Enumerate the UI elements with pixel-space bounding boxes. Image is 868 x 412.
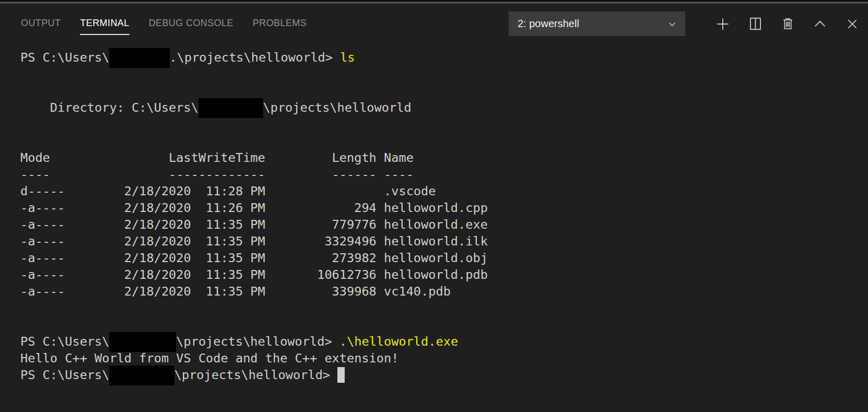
terminal-select-value: 2: powershell [518, 18, 579, 30]
terminal-text: Hello C++ World from VS Code and the C++… [20, 351, 398, 366]
terminal-text: PS C:\Users\ [20, 368, 109, 382]
plus-icon [715, 16, 731, 32]
terminal-text: PS C:\Users\ [20, 334, 109, 349]
terminal-text: \projects\helloworld [263, 100, 412, 115]
terminal-line: d----- 2/18/2020 11:28 PM .vscode [20, 183, 868, 199]
kill-terminal-button[interactable] [778, 15, 797, 33]
terminal-line: ---- ------------- ------ ---- [20, 166, 868, 183]
terminal-text: .\projects\helloworld> [170, 50, 341, 65]
terminal-text: \projects\helloworld> [174, 368, 338, 382]
terminal-text: -a---- 2/18/2020 11:35 PM 339968 vc140.p… [20, 284, 451, 299]
terminal-line [20, 83, 868, 99]
terminal-line: -a---- 2/18/2020 11:35 PM 339968 vc140.p… [20, 283, 868, 300]
terminal-line [20, 116, 868, 133]
terminal-command-text: ls [340, 50, 355, 65]
trash-icon [781, 17, 795, 31]
terminal-line: PS C:\Users\\projects\helloworld> .\hell… [20, 333, 868, 350]
maximize-panel-button[interactable] [811, 15, 829, 33]
terminal-text: PS C:\Users\ [20, 50, 109, 65]
chevron-down-icon [666, 18, 678, 30]
terminal-line: Hello C++ World from VS Code and the C++… [20, 350, 868, 367]
terminal-line: -a---- 2/18/2020 11:35 PM 273982 hellowo… [20, 250, 868, 266]
terminal-text: -a---- 2/18/2020 11:35 PM 779776 hellowo… [20, 217, 488, 232]
redacted-username [109, 48, 169, 68]
terminal-line [20, 300, 868, 316]
terminal-text: -a---- 2/18/2020 11:26 PM 294 helloworld… [20, 201, 488, 215]
tab-output[interactable]: OUTPUT [21, 10, 61, 37]
terminal-line: PS C:\Users\.\projects\helloworld> ls [20, 49, 868, 66]
terminal-line: Mode LastWriteTime Length Name [20, 149, 868, 166]
split-terminal-button[interactable] [746, 15, 765, 33]
terminal-text: Mode LastWriteTime Length Name [20, 150, 414, 165]
new-terminal-button[interactable] [713, 15, 732, 33]
terminal-text: -a---- 2/18/2020 11:35 PM 3329496 hellow… [20, 234, 488, 249]
redacted-username [198, 98, 263, 118]
panel-header: OUTPUT TERMINAL DEBUG CONSOLE PROBLEMS 2… [0, 4, 868, 44]
split-icon [748, 17, 763, 31]
tab-terminal[interactable]: TERMINAL [80, 10, 129, 37]
terminal-text: Directory: C:\Users\ [20, 100, 198, 115]
terminal-line: PS C:\Users\\projects\helloworld> [20, 367, 868, 383]
terminal-line [20, 133, 868, 149]
terminal-text: \projects\helloworld> [176, 334, 339, 349]
redacted-username [109, 332, 176, 352]
terminal-select-dropdown[interactable]: 2: powershell [509, 11, 685, 36]
panel-tab-bar: OUTPUT TERMINAL DEBUG CONSOLE PROBLEMS [21, 10, 326, 37]
terminal-text: ---- ------------- ------ ---- [20, 167, 414, 182]
terminal-cursor [337, 367, 345, 383]
close-icon [845, 17, 860, 31]
terminal-line: -a---- 2/18/2020 11:35 PM 3329496 hellow… [20, 233, 868, 250]
redacted-username [109, 366, 174, 385]
terminal-text: -a---- 2/18/2020 11:35 PM 273982 hellowo… [20, 251, 488, 265]
terminal-line: -a---- 2/18/2020 11:35 PM 10612736 hello… [20, 266, 868, 283]
terminal-command-text: .\helloworld.exe [339, 334, 458, 349]
terminal-text: d----- 2/18/2020 11:28 PM .vscode [20, 184, 436, 198]
terminal-output[interactable]: PS C:\Users\.\projects\helloworld> ls Di… [0, 44, 868, 383]
tab-problems[interactable]: PROBLEMS [253, 10, 307, 37]
terminal-line [20, 66, 868, 83]
terminal-line [20, 316, 868, 333]
terminal-text: -a---- 2/18/2020 11:35 PM 10612736 hello… [20, 267, 488, 282]
chevron-up-icon [812, 16, 828, 32]
terminal-line: -a---- 2/18/2020 11:26 PM 294 helloworld… [20, 199, 868, 216]
terminal-line: Directory: C:\Users\\projects\helloworld [20, 99, 868, 116]
close-panel-button[interactable] [843, 15, 862, 33]
terminal-line: -a---- 2/18/2020 11:35 PM 779776 hellowo… [20, 216, 868, 233]
tab-debug-console[interactable]: DEBUG CONSOLE [149, 10, 233, 37]
